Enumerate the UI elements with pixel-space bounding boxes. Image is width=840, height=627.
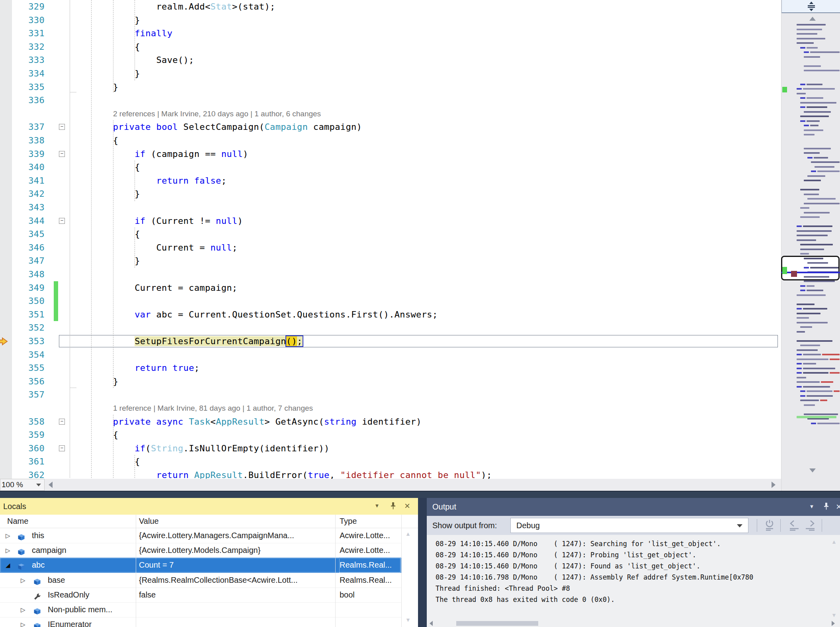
- minimap-scroll-down-icon[interactable]: [809, 468, 816, 472]
- code-row[interactable]: 356 }: [0, 375, 781, 388]
- close-icon[interactable]: ×: [401, 498, 413, 515]
- column-divider[interactable]: [335, 515, 336, 627]
- minimap-line: [804, 212, 830, 214]
- vertical-splitter[interactable]: [418, 498, 427, 627]
- locals-row[interactable]: ▷IEnumerator: [0, 617, 401, 627]
- window-position-icon[interactable]: ▼: [371, 498, 383, 515]
- expanded-icon[interactable]: ◢: [6, 558, 10, 572]
- locals-row[interactable]: IsReadOnlyfalsebool: [0, 588, 401, 603]
- code-row[interactable]: 337− private bool SelectCampaign(Campaig…: [0, 120, 781, 134]
- code-row[interactable]: 349 Current = campaign;: [0, 281, 781, 295]
- code-row[interactable]: 335 }: [0, 80, 781, 94]
- code-row[interactable]: 331 finally: [0, 27, 781, 40]
- code-row[interactable]: 362 return AppResult.BuildError(true, "i…: [0, 468, 781, 479]
- code-row[interactable]: 336: [0, 94, 781, 107]
- scroll-right-icon[interactable]: [772, 482, 776, 488]
- code-row[interactable]: 333 Save();: [0, 53, 781, 67]
- code-row[interactable]: 344− if (Current != null): [0, 214, 781, 228]
- code-row[interactable]: 346 Current = null;: [0, 241, 781, 255]
- codelens-text[interactable]: 1 reference | Mark Irvine, 81 days ago |…: [113, 402, 313, 414]
- output-scroll-up-icon[interactable]: ▲: [831, 539, 837, 545]
- locals-row[interactable]: ▷this{Acwire.Lottery.Managers.CampaignMa…: [0, 528, 401, 543]
- output-console[interactable]: 08-29 14:10:15.460 D/Mono ( 1247): Searc…: [427, 535, 840, 620]
- code-row[interactable]: 340 {: [0, 161, 781, 174]
- previous-message-icon[interactable]: [788, 519, 801, 532]
- close-icon[interactable]: ×: [833, 498, 840, 516]
- locals-scroll-up-icon[interactable]: ▲: [405, 531, 411, 537]
- code-row[interactable]: 361 {: [0, 455, 781, 468]
- code-row[interactable]: 350: [0, 294, 781, 308]
- collapsed-icon[interactable]: ▷: [6, 528, 10, 543]
- column-header-value[interactable]: Value: [139, 515, 159, 527]
- minimap-line: [811, 161, 840, 163]
- code-row[interactable]: 338 {: [0, 134, 781, 147]
- code-row[interactable]: 341 return false;: [0, 174, 781, 188]
- minimap-viewport-box[interactable]: [781, 256, 840, 280]
- column-header-type[interactable]: Type: [340, 515, 357, 527]
- column-header-name[interactable]: Name: [7, 515, 28, 527]
- fold-toggle[interactable]: −: [59, 151, 65, 157]
- splitter-handle[interactable]: [781, 0, 840, 13]
- locals-row[interactable]: ◢abcCount = 7Realms.Real...: [0, 558, 401, 572]
- clear-output-icon[interactable]: [764, 519, 776, 532]
- pin-icon[interactable]: [820, 498, 832, 516]
- code-row[interactable]: 332 {: [0, 40, 781, 54]
- fold-toggle[interactable]: −: [59, 124, 65, 130]
- code-editor[interactable]: 329 realm.Add<Stat>(stat);330 }331 final…: [0, 0, 781, 479]
- pin-icon[interactable]: [387, 498, 399, 515]
- code-row[interactable]: 343: [0, 201, 781, 214]
- locals-row[interactable]: ▷campaign{Acwire.Lottery.Models.Campaign…: [0, 543, 401, 558]
- code-row[interactable]: 358− private async Task<AppResult> GetAs…: [0, 415, 781, 429]
- collapsed-icon[interactable]: ▷: [6, 543, 10, 558]
- column-divider[interactable]: [136, 515, 136, 627]
- code-row[interactable]: 353 SetupFilesForCurrentCampaign();: [0, 335, 781, 348]
- code-row[interactable]: 360− if(String.IsNullOrEmpty(identifier)…: [0, 442, 781, 455]
- horizontal-splitter[interactable]: [0, 491, 840, 498]
- code-row[interactable]: 354: [0, 348, 781, 362]
- output-source-select[interactable]: Debug: [510, 518, 748, 533]
- next-message-icon[interactable]: [804, 519, 817, 532]
- output-horizontal-scrollbar[interactable]: [427, 620, 840, 627]
- output-scroll-down-icon[interactable]: ▼: [831, 612, 837, 618]
- code-segment: [151, 417, 156, 427]
- collapsed-icon[interactable]: ▷: [21, 602, 25, 617]
- code-row[interactable]: 348: [0, 268, 781, 281]
- collapsed-icon[interactable]: ▷: [21, 573, 25, 588]
- code-row[interactable]: 339− if (campaign == null): [0, 147, 781, 161]
- minimap-scroll-up-icon[interactable]: [809, 17, 816, 21]
- editor-zoom-select[interactable]: 100 %: [0, 479, 45, 491]
- output-title-bar[interactable]: Output ▼ ×: [427, 498, 840, 516]
- codelens-row[interactable]: 1 reference | Mark Irvine, 81 days ago |…: [0, 402, 781, 415]
- fold-toggle[interactable]: −: [59, 445, 65, 451]
- locals-column-headers[interactable]: NameValueType: [0, 515, 418, 528]
- editor-horizontal-scrollbar[interactable]: 100 %: [0, 479, 781, 491]
- minimap-line: [800, 285, 805, 287]
- locals-title-bar[interactable]: Locals ▼ ×: [0, 498, 418, 515]
- locals-scroll-down-icon[interactable]: ▼: [405, 617, 411, 623]
- code-row[interactable]: 352: [0, 321, 781, 335]
- code-row[interactable]: 329 realm.Add<Stat>(stat);: [0, 0, 781, 14]
- code-row[interactable]: 345 {: [0, 227, 781, 241]
- scrollbar-thumb[interactable]: [456, 621, 538, 626]
- codelens-text[interactable]: 2 references | Mark Irvine, 210 days ago…: [113, 108, 321, 120]
- code-segment: Stat: [210, 2, 232, 12]
- code-row[interactable]: 347 }: [0, 254, 781, 268]
- code-row[interactable]: 330 }: [0, 14, 781, 27]
- scroll-left-icon[interactable]: [49, 482, 53, 488]
- fold-toggle[interactable]: −: [59, 419, 65, 425]
- codelens-row[interactable]: 2 references | Mark Irvine, 210 days ago…: [0, 107, 781, 121]
- locals-row[interactable]: ▷base{Realms.RealmCollectionBase<Acwire.…: [0, 573, 401, 588]
- code-row[interactable]: 351 var abc = Current.QuestionSet.Questi…: [0, 308, 781, 321]
- collapsed-icon[interactable]: ▷: [21, 617, 25, 627]
- editor-minimap-scrollbar[interactable]: [781, 0, 840, 491]
- fold-toggle[interactable]: −: [59, 218, 65, 224]
- code-row[interactable]: 342 }: [0, 187, 781, 201]
- code-row[interactable]: 355 return true;: [0, 361, 781, 375]
- scroll-right-icon[interactable]: [832, 621, 835, 626]
- window-position-icon[interactable]: ▼: [806, 498, 818, 516]
- code-row[interactable]: 357: [0, 388, 781, 402]
- code-row[interactable]: 334 }: [0, 67, 781, 80]
- locals-row[interactable]: ▷Non-public mem...: [0, 602, 401, 617]
- code-row[interactable]: 359 {: [0, 428, 781, 442]
- scroll-left-icon[interactable]: [430, 621, 433, 626]
